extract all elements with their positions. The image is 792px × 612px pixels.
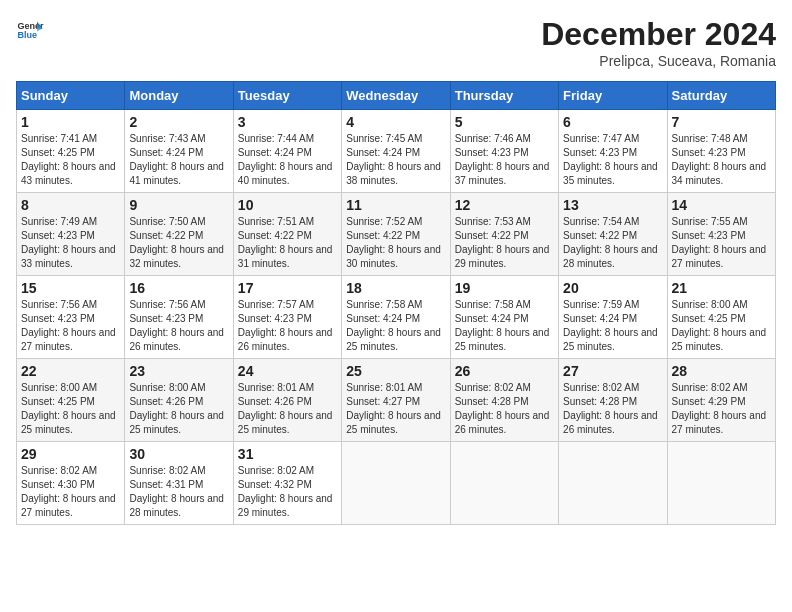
day-info: Sunrise: 7:51 AMSunset: 4:22 PMDaylight:…: [238, 216, 333, 269]
calendar-cell: [667, 442, 775, 525]
day-info: Sunrise: 7:44 AMSunset: 4:24 PMDaylight:…: [238, 133, 333, 186]
day-info: Sunrise: 8:00 AMSunset: 4:25 PMDaylight:…: [672, 299, 767, 352]
day-number: 8: [21, 197, 120, 213]
calendar-cell: 9 Sunrise: 7:50 AMSunset: 4:22 PMDayligh…: [125, 193, 233, 276]
calendar-cell: 7 Sunrise: 7:48 AMSunset: 4:23 PMDayligh…: [667, 110, 775, 193]
day-number: 19: [455, 280, 554, 296]
day-header-tuesday: Tuesday: [233, 82, 341, 110]
day-header-sunday: Sunday: [17, 82, 125, 110]
day-number: 12: [455, 197, 554, 213]
day-number: 29: [21, 446, 120, 462]
day-info: Sunrise: 7:46 AMSunset: 4:23 PMDaylight:…: [455, 133, 550, 186]
day-number: 16: [129, 280, 228, 296]
day-info: Sunrise: 7:43 AMSunset: 4:24 PMDaylight:…: [129, 133, 224, 186]
calendar-cell: 25 Sunrise: 8:01 AMSunset: 4:27 PMDaylig…: [342, 359, 450, 442]
calendar-cell: 15 Sunrise: 7:56 AMSunset: 4:23 PMDaylig…: [17, 276, 125, 359]
day-info: Sunrise: 7:47 AMSunset: 4:23 PMDaylight:…: [563, 133, 658, 186]
day-header-wednesday: Wednesday: [342, 82, 450, 110]
day-number: 21: [672, 280, 771, 296]
logo: General Blue: [16, 16, 44, 44]
calendar-cell: 4 Sunrise: 7:45 AMSunset: 4:24 PMDayligh…: [342, 110, 450, 193]
day-number: 23: [129, 363, 228, 379]
day-info: Sunrise: 7:48 AMSunset: 4:23 PMDaylight:…: [672, 133, 767, 186]
week-row-3: 15 Sunrise: 7:56 AMSunset: 4:23 PMDaylig…: [17, 276, 776, 359]
day-header-monday: Monday: [125, 82, 233, 110]
calendar-cell: 5 Sunrise: 7:46 AMSunset: 4:23 PMDayligh…: [450, 110, 558, 193]
day-number: 3: [238, 114, 337, 130]
day-info: Sunrise: 7:53 AMSunset: 4:22 PMDaylight:…: [455, 216, 550, 269]
svg-text:Blue: Blue: [17, 30, 37, 40]
day-number: 9: [129, 197, 228, 213]
day-info: Sunrise: 7:52 AMSunset: 4:22 PMDaylight:…: [346, 216, 441, 269]
day-number: 1: [21, 114, 120, 130]
calendar-cell: 1 Sunrise: 7:41 AMSunset: 4:25 PMDayligh…: [17, 110, 125, 193]
day-info: Sunrise: 8:02 AMSunset: 4:30 PMDaylight:…: [21, 465, 116, 518]
day-number: 4: [346, 114, 445, 130]
calendar-cell: 17 Sunrise: 7:57 AMSunset: 4:23 PMDaylig…: [233, 276, 341, 359]
calendar-cell: 24 Sunrise: 8:01 AMSunset: 4:26 PMDaylig…: [233, 359, 341, 442]
day-info: Sunrise: 7:57 AMSunset: 4:23 PMDaylight:…: [238, 299, 333, 352]
day-info: Sunrise: 7:49 AMSunset: 4:23 PMDaylight:…: [21, 216, 116, 269]
location-subtitle: Prelipca, Suceava, Romania: [541, 53, 776, 69]
calendar-cell: 18 Sunrise: 7:58 AMSunset: 4:24 PMDaylig…: [342, 276, 450, 359]
day-header-friday: Friday: [559, 82, 667, 110]
week-row-2: 8 Sunrise: 7:49 AMSunset: 4:23 PMDayligh…: [17, 193, 776, 276]
calendar-cell: 3 Sunrise: 7:44 AMSunset: 4:24 PMDayligh…: [233, 110, 341, 193]
calendar-cell: 16 Sunrise: 7:56 AMSunset: 4:23 PMDaylig…: [125, 276, 233, 359]
calendar-cell: 12 Sunrise: 7:53 AMSunset: 4:22 PMDaylig…: [450, 193, 558, 276]
day-info: Sunrise: 8:01 AMSunset: 4:26 PMDaylight:…: [238, 382, 333, 435]
week-row-5: 29 Sunrise: 8:02 AMSunset: 4:30 PMDaylig…: [17, 442, 776, 525]
day-info: Sunrise: 7:58 AMSunset: 4:24 PMDaylight:…: [346, 299, 441, 352]
calendar-cell: 30 Sunrise: 8:02 AMSunset: 4:31 PMDaylig…: [125, 442, 233, 525]
day-number: 5: [455, 114, 554, 130]
day-number: 6: [563, 114, 662, 130]
day-info: Sunrise: 7:58 AMSunset: 4:24 PMDaylight:…: [455, 299, 550, 352]
day-number: 25: [346, 363, 445, 379]
day-info: Sunrise: 7:50 AMSunset: 4:22 PMDaylight:…: [129, 216, 224, 269]
day-info: Sunrise: 7:55 AMSunset: 4:23 PMDaylight:…: [672, 216, 767, 269]
header: General Blue December 2024 Prelipca, Suc…: [16, 16, 776, 69]
day-number: 13: [563, 197, 662, 213]
day-header-thursday: Thursday: [450, 82, 558, 110]
day-info: Sunrise: 7:54 AMSunset: 4:22 PMDaylight:…: [563, 216, 658, 269]
day-number: 10: [238, 197, 337, 213]
day-number: 17: [238, 280, 337, 296]
day-number: 15: [21, 280, 120, 296]
day-number: 27: [563, 363, 662, 379]
title-area: December 2024 Prelipca, Suceava, Romania: [541, 16, 776, 69]
day-header-saturday: Saturday: [667, 82, 775, 110]
calendar-cell: 10 Sunrise: 7:51 AMSunset: 4:22 PMDaylig…: [233, 193, 341, 276]
calendar-cell: 27 Sunrise: 8:02 AMSunset: 4:28 PMDaylig…: [559, 359, 667, 442]
day-number: 26: [455, 363, 554, 379]
day-number: 14: [672, 197, 771, 213]
calendar-cell: 2 Sunrise: 7:43 AMSunset: 4:24 PMDayligh…: [125, 110, 233, 193]
calendar-cell: 31 Sunrise: 8:02 AMSunset: 4:32 PMDaylig…: [233, 442, 341, 525]
calendar-cell: [559, 442, 667, 525]
day-number: 31: [238, 446, 337, 462]
calendar-cell: 21 Sunrise: 8:00 AMSunset: 4:25 PMDaylig…: [667, 276, 775, 359]
day-info: Sunrise: 8:01 AMSunset: 4:27 PMDaylight:…: [346, 382, 441, 435]
day-number: 24: [238, 363, 337, 379]
day-number: 30: [129, 446, 228, 462]
day-info: Sunrise: 7:59 AMSunset: 4:24 PMDaylight:…: [563, 299, 658, 352]
calendar-cell: 20 Sunrise: 7:59 AMSunset: 4:24 PMDaylig…: [559, 276, 667, 359]
calendar-cell: 22 Sunrise: 8:00 AMSunset: 4:25 PMDaylig…: [17, 359, 125, 442]
day-info: Sunrise: 8:02 AMSunset: 4:29 PMDaylight:…: [672, 382, 767, 435]
day-number: 22: [21, 363, 120, 379]
logo-icon: General Blue: [16, 16, 44, 44]
calendar-cell: 11 Sunrise: 7:52 AMSunset: 4:22 PMDaylig…: [342, 193, 450, 276]
day-number: 7: [672, 114, 771, 130]
day-number: 2: [129, 114, 228, 130]
calendar-cell: 28 Sunrise: 8:02 AMSunset: 4:29 PMDaylig…: [667, 359, 775, 442]
day-info: Sunrise: 8:00 AMSunset: 4:25 PMDaylight:…: [21, 382, 116, 435]
calendar-cell: 19 Sunrise: 7:58 AMSunset: 4:24 PMDaylig…: [450, 276, 558, 359]
month-title: December 2024: [541, 16, 776, 53]
header-row: SundayMondayTuesdayWednesdayThursdayFrid…: [17, 82, 776, 110]
calendar-cell: [450, 442, 558, 525]
day-info: Sunrise: 7:45 AMSunset: 4:24 PMDaylight:…: [346, 133, 441, 186]
day-number: 11: [346, 197, 445, 213]
week-row-1: 1 Sunrise: 7:41 AMSunset: 4:25 PMDayligh…: [17, 110, 776, 193]
day-number: 20: [563, 280, 662, 296]
calendar-cell: 14 Sunrise: 7:55 AMSunset: 4:23 PMDaylig…: [667, 193, 775, 276]
calendar-cell: 13 Sunrise: 7:54 AMSunset: 4:22 PMDaylig…: [559, 193, 667, 276]
